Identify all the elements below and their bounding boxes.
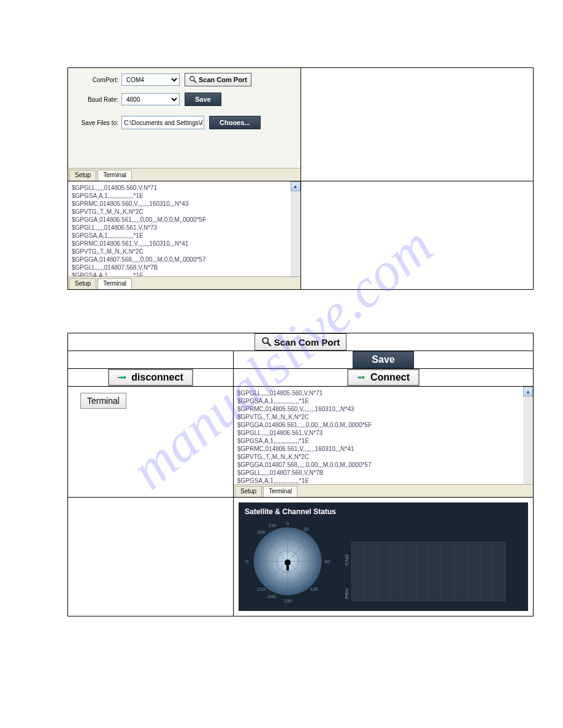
scan-com-port-button[interactable]: Scan Com Port: [185, 73, 251, 86]
svg-text:180: 180: [283, 598, 292, 604]
connect-button[interactable]: Connect: [347, 369, 419, 386]
comport-label: ComPort:: [74, 77, 118, 83]
bar-slot: [351, 542, 364, 601]
satellite-status-panel: Satellite & Channel Status: [239, 502, 528, 611]
magnify-icon: [189, 75, 197, 84]
bar-slot: [467, 542, 480, 601]
scan-com-port-button-large[interactable]: Scan Com Port: [255, 333, 347, 351]
bar-slot: [364, 542, 377, 601]
svg-line-1: [194, 80, 196, 83]
bar-slot: [493, 542, 505, 601]
svg-text:0: 0: [286, 521, 289, 526]
tab-terminal[interactable]: Terminal: [98, 278, 132, 289]
tab-setup[interactable]: Setup: [69, 278, 96, 289]
comport-select[interactable]: COM4: [121, 74, 180, 86]
table-controls: Scan Com Port Save disconnect Connect: [67, 333, 534, 616]
bar-slot: [480, 542, 492, 601]
bar-slot: [377, 542, 389, 601]
terminal-output: $GPGLL,,,,,014805.560,V,N*71 $GPGSA,A,1,…: [68, 181, 301, 282]
baud-rate-select[interactable]: 4800: [121, 93, 180, 105]
disconnect-icon: [118, 373, 128, 382]
choose-button[interactable]: Chooes...: [209, 116, 261, 129]
bar-slot: [429, 542, 441, 601]
svg-text:270: 270: [245, 559, 249, 564]
svg-text:210: 210: [257, 586, 266, 592]
tab-terminal[interactable]: Terminal: [263, 486, 297, 497]
scroll-up-icon[interactable]: ▲: [291, 181, 301, 191]
svg-text:240: 240: [267, 594, 276, 599]
svg-text:330: 330: [268, 523, 277, 528]
tab-setup[interactable]: Setup: [235, 486, 262, 497]
bar-slot: [442, 542, 454, 601]
tab-bar: Setup Terminal: [68, 276, 301, 289]
svg-point-2: [262, 338, 268, 343]
save-files-label: Save Files to:: [74, 119, 118, 126]
connect-icon: [357, 373, 367, 382]
bar-slot: [416, 542, 428, 601]
baud-rate-label: Baud Rate:: [74, 96, 118, 103]
svg-line-3: [267, 343, 271, 346]
tab-terminal[interactable]: Terminal: [98, 170, 132, 181]
terminal-panel-2: $GPGLL,,,,,014805.560,V,N*71 $GPGSA,A,1,…: [234, 387, 533, 497]
scroll-up-icon[interactable]: ▲: [523, 387, 533, 396]
bar-slot: [454, 542, 467, 601]
terminal-panel: $GPGLL,,,,,014805.560,V,N*71 $GPGSA,A,1,…: [68, 181, 301, 289]
prn-label: PRN: [344, 588, 350, 599]
setup-panel: ComPort: COM4 Scan Com Port Baud Rate: 4…: [68, 68, 301, 181]
svg-point-0: [190, 77, 194, 81]
svg-point-12: [285, 559, 291, 566]
cno-label: CNO: [344, 555, 350, 566]
tab-setup[interactable]: Setup: [69, 170, 96, 181]
save-button[interactable]: Save: [185, 93, 221, 106]
magnify-icon: [261, 336, 272, 347]
terminal-tab-button[interactable]: Terminal: [80, 393, 126, 409]
scrollbar[interactable]: ▲: [523, 387, 533, 485]
svg-rect-13: [286, 566, 289, 571]
tab-bar: Setup Terminal: [68, 168, 301, 181]
tab-bar: Setup Terminal: [234, 484, 533, 497]
table-setup-terminal: ComPort: COM4 Scan Com Port Baud Rate: 4…: [67, 67, 534, 290]
satellite-title: Satellite & Channel Status: [245, 507, 522, 516]
bar-slot: [390, 542, 402, 601]
svg-text:300: 300: [257, 529, 266, 535]
channel-bars: CNO PRN: [343, 528, 522, 601]
svg-text:120: 120: [310, 586, 318, 592]
svg-text:90: 90: [324, 559, 330, 564]
save-button-large[interactable]: Save: [353, 351, 413, 368]
bar-slot: [403, 542, 415, 601]
skyplot: 0 30 90 120 180 210 270 300 330 240: [245, 518, 331, 604]
disconnect-button[interactable]: disconnect: [108, 369, 193, 386]
save-files-input[interactable]: [121, 116, 204, 129]
terminal-output-2: $GPGLL,,,,,014805.560,V,N*71 $GPGSA,A,1,…: [234, 387, 533, 487]
scrollbar[interactable]: ▲: [291, 181, 301, 277]
svg-text:30: 30: [304, 526, 309, 532]
